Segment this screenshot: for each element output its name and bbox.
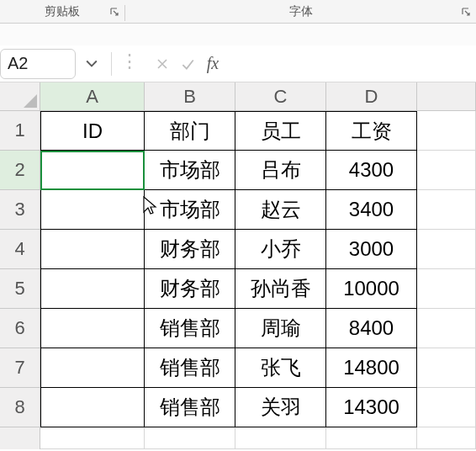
cell-D1[interactable]: 工资	[326, 111, 417, 151]
clipboard-dialog-launcher-icon[interactable]	[108, 5, 121, 19]
cell-D3[interactable]: 3400	[326, 190, 417, 230]
table-row: 财务部 小乔 3000	[40, 230, 476, 269]
col-header-B[interactable]: B	[145, 82, 235, 111]
cell-B9[interactable]	[145, 427, 235, 449]
row-header-6[interactable]: 6	[0, 309, 40, 348]
cell-C7[interactable]: 张飞	[235, 348, 326, 388]
cell-B7[interactable]: 销售部	[145, 348, 235, 388]
col-header-C[interactable]: C	[235, 82, 326, 111]
sheet-area[interactable]: A B C D 1 2 3 4 5 6 7 8 ID 部门 员工 工资 市场部 …	[0, 82, 476, 451]
row-header-2[interactable]: 2	[0, 151, 40, 190]
cells: ID 部门 员工 工资 市场部 吕布 4300 市场部 赵云 3400 财务部 …	[40, 111, 476, 451]
name-box-value: A2	[8, 54, 28, 73]
cell-E7[interactable]	[417, 348, 476, 388]
ribbon-group-font: 字体	[125, 0, 476, 23]
row-header-9[interactable]	[0, 427, 40, 449]
cell-A7[interactable]	[40, 348, 145, 388]
cell-E1[interactable]	[417, 111, 476, 151]
cell-C8[interactable]: 关羽	[235, 388, 326, 427]
table-row: 销售部 张飞 14800	[40, 348, 476, 388]
row-headers: 1 2 3 4 5 6 7 8	[0, 111, 40, 449]
col-header-D[interactable]: D	[326, 82, 417, 111]
cell-E6[interactable]	[417, 309, 476, 348]
table-row: 市场部 赵云 3400	[40, 190, 476, 230]
cell-C5[interactable]: 孙尚香	[235, 269, 326, 309]
insert-function-button[interactable]: fx	[201, 49, 225, 79]
cell-A9[interactable]	[40, 427, 145, 449]
cell-A8[interactable]	[40, 388, 145, 427]
name-box[interactable]: A2	[0, 49, 76, 79]
cell-E4[interactable]	[417, 230, 476, 269]
fx-icon: fx	[207, 54, 219, 73]
cell-B5[interactable]: 财务部	[145, 269, 235, 309]
font-dialog-launcher-icon[interactable]	[459, 5, 473, 19]
cell-E5[interactable]	[417, 269, 476, 309]
formula-bar-controls: fx	[145, 49, 225, 79]
cell-D2[interactable]: 4300	[326, 151, 417, 190]
cell-E2[interactable]	[417, 151, 476, 190]
cell-C2[interactable]: 吕布	[235, 151, 326, 190]
ribbon-group-clipboard: 剪贴板	[0, 0, 124, 23]
cell-A6[interactable]	[40, 309, 145, 348]
cell-D5[interactable]: 10000	[326, 269, 417, 309]
ribbon-group-font-label: 字体	[283, 4, 320, 19]
name-box-wrap: A2	[0, 49, 103, 79]
cell-B3[interactable]: 市场部	[145, 190, 235, 230]
column-headers: A B C D	[40, 82, 476, 111]
cancel-button[interactable]	[151, 49, 174, 79]
cell-B1[interactable]: 部门	[145, 111, 235, 151]
row-header-5[interactable]: 5	[0, 269, 40, 309]
cell-A3[interactable]	[40, 190, 145, 230]
cell-D9[interactable]	[326, 427, 417, 449]
row-header-3[interactable]: 3	[0, 190, 40, 230]
row-header-7[interactable]: 7	[0, 348, 40, 388]
table-row: 财务部 孙尚香 10000	[40, 269, 476, 309]
ribbon-group-clipboard-label: 剪贴板	[38, 4, 87, 19]
table-row: ID 部门 员工 工资	[40, 111, 476, 151]
cell-B6[interactable]: 销售部	[145, 309, 235, 348]
table-row: 销售部 关羽 14300	[40, 388, 476, 427]
cell-C4[interactable]: 小乔	[235, 230, 326, 269]
cell-D7[interactable]: 14800	[326, 348, 417, 388]
table-row: 市场部 吕布 4300	[40, 151, 476, 190]
row-header-4[interactable]: 4	[0, 230, 40, 269]
formula-input[interactable]	[230, 49, 473, 79]
cell-C3[interactable]: 赵云	[235, 190, 326, 230]
formula-bar-dots-icon: ⋮	[117, 50, 140, 77]
cell-C1[interactable]: 员工	[235, 111, 326, 151]
col-header-E[interactable]	[417, 82, 476, 111]
cell-A5[interactable]	[40, 269, 145, 309]
cell-B2[interactable]: 市场部	[145, 151, 235, 190]
cell-E8[interactable]	[417, 388, 476, 427]
formula-bar: A2 ⋮ fx	[0, 45, 476, 82]
formula-bar-sep	[111, 52, 112, 76]
row-header-8[interactable]: 8	[0, 388, 40, 427]
cell-E9[interactable]	[417, 427, 476, 449]
cell-A4[interactable]	[40, 230, 145, 269]
table-row	[40, 427, 476, 449]
cell-B4[interactable]: 财务部	[145, 230, 235, 269]
cell-D6[interactable]: 8400	[326, 309, 417, 348]
row-header-1[interactable]: 1	[0, 111, 40, 151]
col-header-A[interactable]: A	[40, 82, 145, 111]
cell-A1[interactable]: ID	[40, 111, 145, 151]
ribbon-group-labels: 剪贴板 字体	[0, 0, 476, 24]
cell-E3[interactable]	[417, 190, 476, 230]
cell-D8[interactable]: 14300	[326, 388, 417, 427]
enter-button[interactable]	[176, 49, 199, 79]
table-row: 销售部 周瑜 8400	[40, 309, 476, 348]
select-all-corner[interactable]	[0, 82, 40, 111]
ribbon-spacer	[0, 24, 476, 45]
cell-D4[interactable]: 3000	[326, 230, 417, 269]
cell-B8[interactable]: 销售部	[145, 388, 235, 427]
cell-A2[interactable]	[40, 151, 145, 190]
name-box-dropdown-icon[interactable]	[81, 49, 103, 79]
cell-C6[interactable]: 周瑜	[235, 309, 326, 348]
cell-C9[interactable]	[235, 427, 326, 449]
